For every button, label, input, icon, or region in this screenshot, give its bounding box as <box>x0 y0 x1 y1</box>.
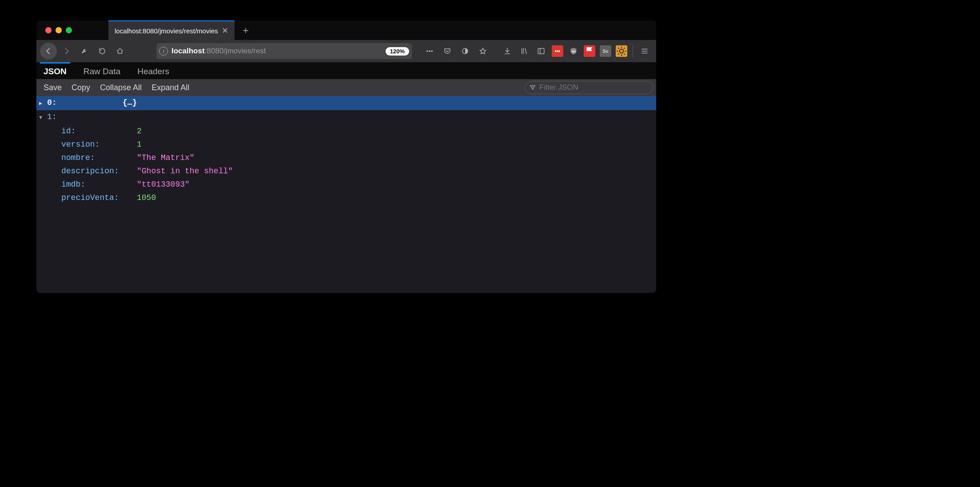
close-window-button[interactable] <box>45 27 52 33</box>
svg-point-6 <box>620 49 624 53</box>
funnel-icon <box>530 84 536 91</box>
svg-text:uo: uo <box>571 49 576 53</box>
url-bar[interactable]: i localhost:8080/jmovies/rest 120% <box>156 43 412 59</box>
arrow-right-icon <box>63 47 71 55</box>
json-key: 0: <box>47 96 123 109</box>
zoom-window-button[interactable] <box>66 27 72 33</box>
minimize-window-button[interactable] <box>56 27 62 33</box>
reload-icon <box>98 47 106 55</box>
circle-half-icon <box>461 47 469 55</box>
gear-icon <box>616 45 627 57</box>
star-icon <box>479 47 487 55</box>
arrow-left-icon <box>44 47 52 55</box>
json-value-number: 2 <box>137 124 142 138</box>
svg-point-1 <box>429 51 430 52</box>
extension-lastpass[interactable]: ••• <box>552 45 563 57</box>
json-value-number: 1050 <box>137 191 156 204</box>
home-button[interactable] <box>112 43 128 59</box>
screenshot-button[interactable] <box>457 43 473 59</box>
library-button[interactable] <box>516 43 532 59</box>
tree-row-prop[interactable]: nombre: "The Matrix" <box>36 151 656 164</box>
window-controls <box>36 27 81 33</box>
dev-button[interactable] <box>76 43 92 59</box>
json-viewer-tabs: JSON Raw Data Headers <box>36 62 656 79</box>
expand-icon[interactable]: ▶ <box>39 97 47 110</box>
filter-json-box[interactable] <box>525 81 653 94</box>
page-actions-button[interactable] <box>422 43 438 59</box>
sidebar-button[interactable] <box>533 43 549 59</box>
json-value-string: "Ghost in the shell" <box>137 164 233 178</box>
extension-sun[interactable] <box>616 45 627 57</box>
download-icon <box>503 47 511 55</box>
back-button[interactable] <box>40 43 57 60</box>
menu-button[interactable] <box>637 43 653 59</box>
save-button[interactable]: Save <box>39 80 66 95</box>
json-actionbar: Save Copy Collapse All Expand All <box>36 79 656 96</box>
json-key: descripcion: <box>61 164 137 178</box>
extension-redflag[interactable] <box>584 45 595 57</box>
flag-icon <box>584 45 595 57</box>
json-key: id: <box>61 124 137 138</box>
extension-ublock[interactable]: uo <box>568 45 579 57</box>
tab-json[interactable]: JSON <box>40 62 70 79</box>
toolbar-divider <box>633 45 633 57</box>
tab-title: localhost:8080/jmovies/rest/movies <box>115 27 218 35</box>
json-tree: ▶ 0: {…} ▼ 1: id: 2 version: 1 nombre: "… <box>36 96 656 293</box>
forward-button[interactable] <box>59 43 75 59</box>
json-value-string: "tt0133093" <box>137 178 190 191</box>
tree-row-prop[interactable]: precioVenta: 1050 <box>36 191 656 204</box>
svg-point-0 <box>426 51 428 52</box>
collapse-icon[interactable]: ▼ <box>39 111 47 124</box>
svg-rect-4 <box>538 48 544 54</box>
url-text: localhost:8080/jmovies/rest <box>171 47 382 56</box>
url-host: localhost <box>171 47 205 55</box>
close-tab-icon[interactable]: ✕ <box>222 27 228 35</box>
home-icon <box>116 47 124 55</box>
downloads-button[interactable] <box>499 43 515 59</box>
wrench-icon <box>80 47 88 55</box>
pocket-button[interactable] <box>439 43 455 59</box>
tree-row-1[interactable]: ▼ 1: <box>36 110 656 124</box>
nav-toolbar: i localhost:8080/jmovies/rest 120% <box>36 40 656 62</box>
reload-button[interactable] <box>94 43 110 59</box>
bookmark-button[interactable] <box>475 43 491 59</box>
tree-row-prop[interactable]: version: 1 <box>36 138 656 151</box>
extension-selenium[interactable]: Se <box>600 45 611 57</box>
json-key: precioVenta: <box>61 191 137 204</box>
tree-row-0[interactable]: ▶ 0: {…} <box>36 96 656 110</box>
sidebar-icon <box>537 47 545 55</box>
json-value-number: 1 <box>137 138 142 151</box>
tree-row-prop[interactable]: descripcion: "Ghost in the shell" <box>36 164 656 178</box>
dots-icon <box>426 47 434 55</box>
tab-active[interactable]: localhost:8080/jmovies/rest/movies ✕ <box>108 20 235 40</box>
toolbar-right: ••• uo Se <box>499 43 653 59</box>
tab-headers[interactable]: Headers <box>134 62 173 79</box>
json-key: nombre: <box>61 151 137 164</box>
hamburger-icon <box>641 47 649 55</box>
json-collapsed-brace: {…} <box>123 96 137 109</box>
library-icon <box>520 47 528 55</box>
expand-all-button[interactable]: Expand All <box>147 80 194 95</box>
tab-raw-data[interactable]: Raw Data <box>80 62 124 79</box>
new-tab-button[interactable]: ＋ <box>238 23 253 38</box>
collapse-all-button[interactable]: Collapse All <box>96 80 146 95</box>
json-key: 1: <box>47 110 123 124</box>
json-key: imdb: <box>61 178 137 191</box>
tree-row-prop[interactable]: imdb: "tt0133093" <box>36 178 656 191</box>
copy-button[interactable]: Copy <box>67 80 95 95</box>
json-value-string: "The Matrix" <box>137 151 195 164</box>
url-path: :8080/jmovies/rest <box>205 47 266 55</box>
json-key: version: <box>61 138 137 151</box>
shield-icon: uo <box>569 46 578 56</box>
zoom-badge[interactable]: 120% <box>386 47 409 56</box>
tree-row-prop[interactable]: id: 2 <box>36 124 656 138</box>
site-info-icon[interactable]: i <box>159 47 168 56</box>
pocket-icon <box>443 47 451 55</box>
tabstrip: localhost:8080/jmovies/rest/movies ✕ ＋ <box>36 20 656 40</box>
svg-point-2 <box>431 51 433 52</box>
filter-json-input[interactable] <box>539 83 647 92</box>
browser-window: localhost:8080/jmovies/rest/movies ✕ ＋ i… <box>36 20 656 293</box>
